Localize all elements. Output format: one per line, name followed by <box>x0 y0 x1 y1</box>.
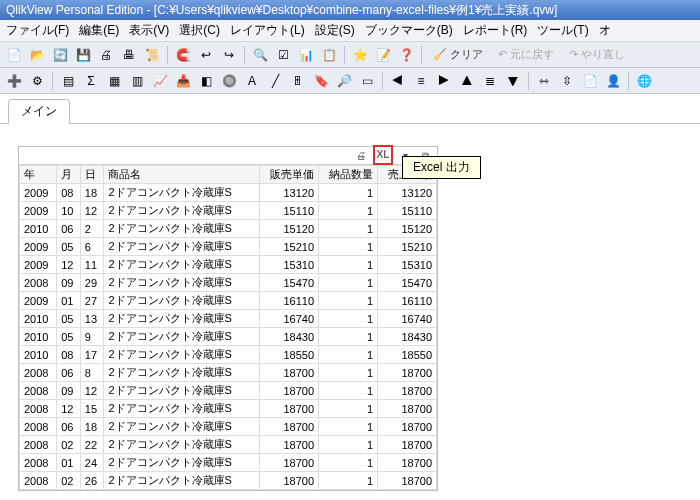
table-caption-bar: 🖨 XL ▾ ⧉ <box>19 147 437 165</box>
straight-table[interactable]: 🖨 XL ▾ ⧉ 年 月 日 商品名 販売単価 納品数量 売上金額 <box>18 146 438 491</box>
data-table[interactable]: 年 月 日 商品名 販売単価 納品数量 売上金額 200908182ドアコンパク… <box>19 165 437 490</box>
chart-icon[interactable]: 📈 <box>150 71 170 91</box>
table-row[interactable]: 200802262ドアコンパクト冷蔵庫S18700118700 <box>20 472 437 490</box>
inputbox-icon[interactable]: 📥 <box>173 71 193 91</box>
redo-button[interactable]: ↷やり直し <box>563 44 631 65</box>
undo-layout-icon[interactable]: ↩ <box>196 45 216 65</box>
align-center-h-icon[interactable]: ≡ <box>411 71 431 91</box>
listbox-icon[interactable]: ▤ <box>58 71 78 91</box>
script-icon[interactable]: 📜 <box>142 45 162 65</box>
align-right-icon[interactable]: ⯈ <box>434 71 454 91</box>
add-sheet-icon[interactable]: ➕ <box>4 71 24 91</box>
table-row[interactable]: 20090562ドアコンパクト冷蔵庫S15210115210 <box>20 238 437 256</box>
table-icon[interactable]: 📋 <box>319 45 339 65</box>
menu-file[interactable]: ファイル(F) <box>6 22 69 39</box>
excel-export-button[interactable]: XL <box>373 145 393 165</box>
table-row[interactable]: 201005132ドアコンパクト冷蔵庫S16740116740 <box>20 310 437 328</box>
cell-qty: 1 <box>319 292 378 310</box>
menu-view[interactable]: 表示(V) <box>129 22 169 39</box>
table-row[interactable]: 200908182ドアコンパクト冷蔵庫S13120113120 <box>20 184 437 202</box>
sheet-props-icon[interactable]: ⚙ <box>27 71 47 91</box>
open-icon[interactable]: 📂 <box>27 45 47 65</box>
align-bottom-icon[interactable]: ⯆ <box>503 71 523 91</box>
notes-icon[interactable]: 📝 <box>373 45 393 65</box>
table-header-row[interactable]: 年 月 日 商品名 販売単価 納品数量 売上金額 <box>20 166 437 184</box>
tablebox-icon[interactable]: ▥ <box>127 71 147 91</box>
menu-more[interactable]: オ <box>599 22 611 39</box>
table-row[interactable]: 200801242ドアコンパクト冷蔵庫S18700118700 <box>20 454 437 472</box>
table-row[interactable]: 200910122ドアコンパクト冷蔵庫S15110115110 <box>20 202 437 220</box>
redo-layout-icon[interactable]: ↪ <box>219 45 239 65</box>
cell-day: 9 <box>80 328 104 346</box>
webview-icon[interactable]: 🌐 <box>634 71 654 91</box>
cell-day: 26 <box>80 472 104 490</box>
cell-unit_price: 16110 <box>260 292 319 310</box>
cell-amount: 16740 <box>378 310 437 328</box>
cell-year: 2009 <box>20 292 57 310</box>
dist-v-icon[interactable]: ⇳ <box>557 71 577 91</box>
dist-h-icon[interactable]: ⇿ <box>534 71 554 91</box>
chart-wizard-icon[interactable]: 📊 <box>296 45 316 65</box>
clear-button[interactable]: 🧹クリア <box>427 44 489 65</box>
table-row[interactable]: 200806182ドアコンパクト冷蔵庫S18700118700 <box>20 418 437 436</box>
undo-button[interactable]: ↶元に戻す <box>492 44 560 65</box>
menu-report[interactable]: レポート(R) <box>463 22 528 39</box>
new-icon[interactable]: 📄 <box>4 45 24 65</box>
cell-month: 05 <box>57 238 81 256</box>
table-row[interactable]: 200812152ドアコンパクト冷蔵庫S18700118700 <box>20 400 437 418</box>
user-prefs-icon[interactable]: 👤 <box>603 71 623 91</box>
col-month[interactable]: 月 <box>57 166 81 184</box>
selections-icon[interactable]: ☑ <box>273 45 293 65</box>
print-preview-icon[interactable]: 🖶 <box>119 45 139 65</box>
toolbar-design: ➕ ⚙ ▤ Σ ▦ ▥ 📈 📥 ◧ 🔘 A ╱ 🎚 🔖 🔎 ▭ ⯇ ≡ ⯈ ⯅ … <box>0 68 700 94</box>
cell-year: 2010 <box>20 346 57 364</box>
statbox-icon[interactable]: Σ <box>81 71 101 91</box>
cell-unit_price: 16740 <box>260 310 319 328</box>
table-row[interactable]: 201008172ドアコンパクト冷蔵庫S18550118550 <box>20 346 437 364</box>
table-row[interactable]: 20100592ドアコンパクト冷蔵庫S18430118430 <box>20 328 437 346</box>
table-row[interactable]: 200901272ドアコンパクト冷蔵庫S16110116110 <box>20 292 437 310</box>
table-row[interactable]: 200809292ドアコンパクト冷蔵庫S15470115470 <box>20 274 437 292</box>
help-icon[interactable]: ❓ <box>396 45 416 65</box>
align-left-icon[interactable]: ⯇ <box>388 71 408 91</box>
table-row[interactable]: 200912112ドアコンパクト冷蔵庫S15310115310 <box>20 256 437 274</box>
save-icon[interactable]: 💾 <box>73 45 93 65</box>
menu-edit[interactable]: 編集(E) <box>79 22 119 39</box>
slider-icon[interactable]: 🎚 <box>288 71 308 91</box>
tab-main[interactable]: メイン <box>8 99 70 124</box>
line-icon[interactable]: ╱ <box>265 71 285 91</box>
table-row[interactable]: 200809122ドアコンパクト冷蔵庫S18700118700 <box>20 382 437 400</box>
cell-month: 02 <box>57 472 81 490</box>
textobj-icon[interactable]: A <box>242 71 262 91</box>
multibox-icon[interactable]: ▦ <box>104 71 124 91</box>
bookmark-add-icon[interactable]: ⭐ <box>350 45 370 65</box>
button-icon[interactable]: 🔘 <box>219 71 239 91</box>
refresh-icon[interactable]: 🔄 <box>50 45 70 65</box>
col-day[interactable]: 日 <box>80 166 104 184</box>
menu-layout[interactable]: レイアウト(L) <box>230 22 305 39</box>
print-icon[interactable]: 🖨 <box>96 45 116 65</box>
menu-tool[interactable]: ツール(T) <box>537 22 588 39</box>
print-icon[interactable]: 🖨 <box>353 149 369 163</box>
table-row[interactable]: 200802222ドアコンパクト冷蔵庫S18700118700 <box>20 436 437 454</box>
menu-setting[interactable]: 設定(S) <box>315 22 355 39</box>
search-obj-icon[interactable]: 🔎 <box>334 71 354 91</box>
bookmark-obj-icon[interactable]: 🔖 <box>311 71 331 91</box>
menu-select[interactable]: 選択(C) <box>179 22 220 39</box>
col-unit-price[interactable]: 販売単価 <box>260 166 319 184</box>
container-icon[interactable]: ▭ <box>357 71 377 91</box>
align-top-icon[interactable]: ⯅ <box>457 71 477 91</box>
cell-year: 2008 <box>20 472 57 490</box>
col-qty[interactable]: 納品数量 <box>319 166 378 184</box>
menu-bookmark[interactable]: ブックマーク(B) <box>365 22 453 39</box>
search-icon[interactable]: 🔍 <box>250 45 270 65</box>
align-center-v-icon[interactable]: ≣ <box>480 71 500 91</box>
doc-props-icon[interactable]: 📄 <box>580 71 600 91</box>
col-year[interactable]: 年 <box>20 166 57 184</box>
col-product[interactable]: 商品名 <box>104 166 260 184</box>
table-row[interactable]: 20080682ドアコンパクト冷蔵庫S18700118700 <box>20 364 437 382</box>
table-row[interactable]: 20100622ドアコンパクト冷蔵庫S15120115120 <box>20 220 437 238</box>
reload-icon[interactable]: 🧲 <box>173 45 193 65</box>
cell-month: 02 <box>57 436 81 454</box>
current-sel-icon[interactable]: ◧ <box>196 71 216 91</box>
